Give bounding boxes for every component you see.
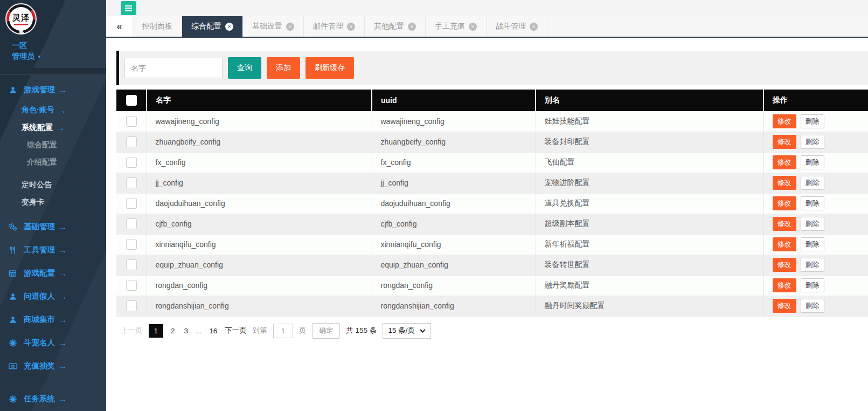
tab-base-settings[interactable]: 基础设置× bbox=[243, 16, 304, 37]
row-checkbox[interactable] bbox=[126, 280, 137, 291]
page-button[interactable]: 3 bbox=[183, 327, 190, 335]
row-checkbox-cell bbox=[116, 193, 147, 214]
row-checkbox[interactable] bbox=[126, 300, 137, 311]
goto-page-input[interactable] bbox=[273, 324, 293, 338]
row-checkbox[interactable] bbox=[126, 116, 137, 127]
arrow-right-icon: → bbox=[57, 124, 65, 132]
hamburger-icon bbox=[125, 5, 132, 6]
edit-button[interactable]: 修改 bbox=[773, 135, 796, 149]
sidebar-item-zonghe-config[interactable]: 综合配置 bbox=[0, 136, 106, 154]
page-button[interactable]: 16 bbox=[207, 327, 219, 335]
tab-close-icon[interactable]: × bbox=[469, 23, 477, 31]
table-row: daojuduihuan_configdaojuduihuan_config道具… bbox=[116, 193, 868, 214]
edit-button[interactable]: 修改 bbox=[773, 217, 796, 231]
collapse-tabs-button[interactable]: « bbox=[106, 16, 133, 37]
tab-control-panel[interactable]: 控制面板 bbox=[133, 16, 182, 37]
sidebar-item-base-mgmt[interactable]: 基础管理→ bbox=[0, 215, 106, 238]
cell-uuid: wawajineng_config bbox=[372, 111, 536, 132]
edit-button[interactable]: 修改 bbox=[773, 237, 796, 251]
cell-actions: 修改删除 bbox=[763, 193, 868, 214]
table-row: rongdanshijian_configrongdanshijian_conf… bbox=[116, 296, 868, 316]
table-row: equip_zhuan_configequip_zhuan_config装备转世… bbox=[116, 255, 868, 275]
sidebar-item-task-system[interactable]: 任务系统→ bbox=[0, 387, 106, 410]
tab-battle-mgmt[interactable]: 战斗管理× bbox=[487, 16, 547, 37]
row-checkbox[interactable] bbox=[126, 239, 137, 250]
cell-name: fx_config bbox=[147, 152, 372, 173]
tab-mail-mgmt[interactable]: 邮件管理× bbox=[304, 16, 365, 37]
row-checkbox[interactable] bbox=[126, 259, 137, 270]
tab-close-icon[interactable]: × bbox=[347, 23, 355, 31]
delete-button[interactable]: 删除 bbox=[801, 217, 824, 231]
delete-button[interactable]: 删除 bbox=[801, 135, 824, 149]
row-checkbox[interactable] bbox=[126, 177, 137, 188]
delete-button[interactable]: 删除 bbox=[801, 155, 824, 169]
edit-button[interactable]: 修改 bbox=[773, 196, 796, 210]
cell-alias: 超级副本配置 bbox=[536, 214, 763, 234]
row-checkbox-cell bbox=[116, 255, 147, 275]
delete-button[interactable]: 删除 bbox=[801, 258, 824, 272]
delete-button[interactable]: 删除 bbox=[801, 114, 824, 128]
table-header-row: 名字 uuid 别名 操作 bbox=[116, 90, 868, 111]
sidebar-item-role-account[interactable]: 角色·账号→ bbox=[0, 101, 106, 119]
cell-actions: 修改删除 bbox=[763, 132, 868, 152]
delete-button[interactable]: 删除 bbox=[801, 237, 824, 251]
delete-button[interactable]: 删除 bbox=[801, 299, 824, 313]
tab-close-icon[interactable]: × bbox=[408, 23, 416, 31]
tab-close-icon[interactable]: × bbox=[286, 23, 294, 31]
add-button[interactable]: 添加 bbox=[267, 57, 300, 79]
asterisk-icon bbox=[8, 339, 18, 347]
page-size-value: 15 条/页 bbox=[388, 326, 415, 335]
sidebar-toggle-button[interactable] bbox=[121, 1, 136, 15]
delete-button[interactable]: 删除 bbox=[801, 176, 824, 190]
row-checkbox[interactable] bbox=[126, 157, 137, 168]
goto-confirm-button[interactable]: 确定 bbox=[312, 323, 340, 339]
grid-icon bbox=[8, 270, 18, 277]
sidebar-item-pet-celebrity[interactable]: 斗宠名人→ bbox=[0, 331, 106, 354]
cell-uuid: fx_config bbox=[372, 152, 536, 173]
row-checkbox[interactable] bbox=[126, 218, 137, 229]
delete-button[interactable]: 删除 bbox=[801, 196, 824, 210]
arrow-right-icon: → bbox=[59, 339, 67, 347]
user-role-dropdown[interactable]: 管理员 ▼ bbox=[12, 52, 106, 61]
app-logo-inner: 灵泽 bbox=[9, 7, 33, 31]
cell-name: cjfb_config bbox=[147, 214, 372, 234]
row-checkbox[interactable] bbox=[126, 136, 137, 147]
row-checkbox[interactable] bbox=[126, 198, 137, 209]
sidebar-item-bianshen-card[interactable]: 变身卡 bbox=[0, 194, 106, 211]
tab-close-icon[interactable]: × bbox=[225, 23, 233, 31]
tab-zonghe-config[interactable]: 综合配置× bbox=[182, 16, 243, 37]
page-button-active[interactable]: 1 bbox=[149, 324, 164, 338]
sidebar-item-mall-market[interactable]: 商城集市→ bbox=[0, 308, 106, 331]
search-button[interactable]: 查询 bbox=[228, 57, 261, 79]
page-button[interactable]: 2 bbox=[169, 327, 177, 335]
edit-button[interactable]: 修改 bbox=[773, 114, 796, 128]
column-header-name: 名字 bbox=[147, 90, 372, 111]
name-search-input[interactable] bbox=[124, 58, 223, 78]
next-page-button[interactable]: 下一页 bbox=[225, 326, 247, 335]
tab-manual-recharge[interactable]: 手工充值× bbox=[426, 16, 487, 37]
refresh-cache-button[interactable]: 刷新缓存 bbox=[305, 57, 354, 79]
page-size-select[interactable]: 15 条/页 bbox=[383, 323, 431, 339]
cell-name: zhuangbeify_config bbox=[147, 132, 372, 152]
edit-button[interactable]: 修改 bbox=[773, 155, 796, 169]
sidebar-item-label: 定时公告 bbox=[22, 180, 52, 190]
sidebar-item-wendao-dummy[interactable]: 问道假人→ bbox=[0, 285, 106, 308]
arrow-right-icon: → bbox=[59, 316, 67, 324]
edit-button[interactable]: 修改 bbox=[773, 258, 796, 272]
tab-close-icon[interactable]: × bbox=[530, 23, 538, 31]
tab-other-config[interactable]: 其他配置× bbox=[365, 16, 426, 37]
sidebar-item-intro-config[interactable]: 介绍配置 bbox=[0, 154, 106, 171]
sidebar-item-game-config[interactable]: 游戏配置→ bbox=[0, 262, 106, 285]
sidebar-item-game-mgmt[interactable]: 游戏管理→ bbox=[0, 78, 106, 101]
select-all-checkbox[interactable] bbox=[126, 95, 137, 106]
edit-button[interactable]: 修改 bbox=[773, 299, 796, 313]
edit-button[interactable]: 修改 bbox=[773, 176, 796, 190]
sidebar-item-tool-mgmt[interactable]: 工具管理→ bbox=[0, 238, 106, 262]
sidebar-item-recharge-lotto[interactable]: 充值抽奖→ bbox=[0, 354, 106, 378]
edit-button[interactable]: 修改 bbox=[773, 278, 796, 292]
sidebar-item-timed-notice[interactable]: 定时公告 bbox=[0, 176, 106, 194]
cell-actions: 修改删除 bbox=[763, 111, 868, 132]
caret-down-icon: ▼ bbox=[37, 54, 41, 59]
delete-button[interactable]: 删除 bbox=[801, 278, 824, 292]
sidebar-item-system-config[interactable]: 系统配置→ bbox=[0, 119, 106, 136]
